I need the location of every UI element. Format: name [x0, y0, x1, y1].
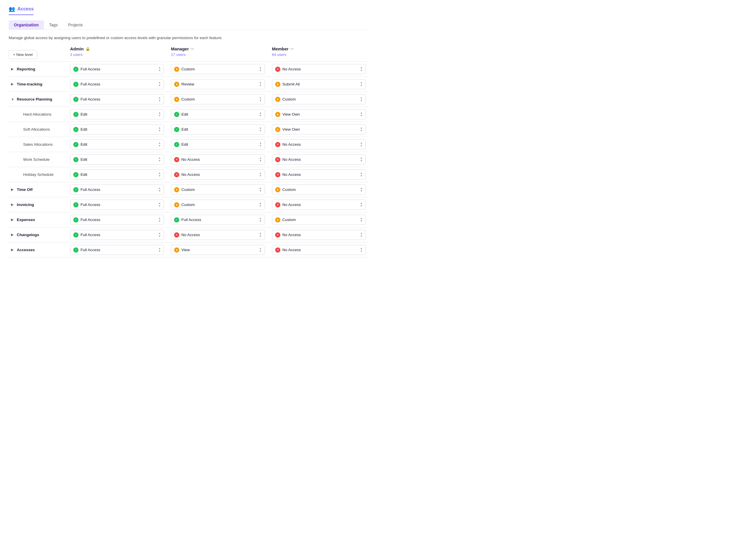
- sort-arrows-icon[interactable]: ▲ ▼: [259, 232, 262, 237]
- select-box[interactable]: ✕ No Access ▲ ▼: [272, 64, 366, 74]
- select-box[interactable]: ● Custom ▲ ▼: [171, 64, 265, 74]
- manager-users-count[interactable]: 17 users: [171, 53, 265, 57]
- sort-arrows-icon[interactable]: ▲ ▼: [259, 172, 262, 177]
- sort-arrows-icon[interactable]: ▲ ▼: [158, 217, 161, 222]
- cell-value: Custom: [181, 202, 195, 207]
- sort-arrows-icon[interactable]: ▲ ▼: [360, 202, 363, 207]
- sort-arrows-icon[interactable]: ▲ ▼: [259, 247, 262, 253]
- select-box[interactable]: ✓ Edit ▲ ▼: [70, 154, 164, 165]
- select-box[interactable]: ✓ Edit ▲ ▼: [70, 109, 164, 119]
- select-box[interactable]: ● Custom ▲ ▼: [171, 185, 265, 195]
- sort-arrows-icon[interactable]: ▲ ▼: [158, 232, 161, 237]
- tab-organization[interactable]: Organization: [9, 20, 44, 30]
- sort-arrows-icon[interactable]: ▲ ▼: [360, 67, 363, 72]
- select-box[interactable]: ✓ Edit ▲ ▼: [70, 124, 164, 134]
- sort-arrows-icon[interactable]: ▲ ▼: [259, 187, 262, 193]
- sort-arrows-icon[interactable]: ▲ ▼: [259, 96, 262, 102]
- select-box[interactable]: ✕ No Access ▲ ▼: [171, 170, 265, 180]
- select-box[interactable]: ● Review ▲ ▼: [171, 79, 265, 89]
- select-box[interactable]: ● Custom ▲ ▼: [272, 185, 366, 195]
- sort-arrows-icon[interactable]: ▲ ▼: [360, 111, 363, 117]
- select-box[interactable]: ✓ Edit ▲ ▼: [171, 139, 265, 150]
- cell-8-2: ● Custom ▲ ▼: [269, 182, 369, 197]
- tab-projects[interactable]: Projects: [63, 20, 88, 30]
- select-box[interactable]: ✕ No Access ▲ ▼: [272, 170, 366, 180]
- sort-arrows-icon[interactable]: ▲ ▼: [259, 111, 262, 117]
- select-box[interactable]: ● Custom ▲ ▼: [272, 215, 366, 225]
- chevron-down-icon[interactable]: ▼: [11, 98, 15, 101]
- select-box[interactable]: ✕ No Access ▲ ▼: [272, 245, 366, 255]
- select-box[interactable]: ● View Own ▲ ▼: [272, 109, 366, 119]
- select-box[interactable]: ✕ No Access ▲ ▼: [171, 154, 265, 165]
- select-box[interactable]: ✓ Edit ▲ ▼: [70, 170, 164, 180]
- manager-dots-icon[interactable]: ···: [190, 47, 194, 51]
- sort-arrows-icon[interactable]: ▲ ▼: [360, 127, 363, 132]
- sort-arrows-icon[interactable]: ▲ ▼: [259, 67, 262, 72]
- select-box[interactable]: ✓ Full Access ▲ ▼: [70, 200, 164, 210]
- select-box[interactable]: ● Custom ▲ ▼: [171, 200, 265, 210]
- sort-arrows-icon[interactable]: ▲ ▼: [259, 202, 262, 207]
- sort-arrows-icon[interactable]: ▲ ▼: [158, 81, 161, 87]
- select-box[interactable]: ✓ Full Access ▲ ▼: [70, 64, 164, 74]
- cell-value: Full Access: [80, 188, 100, 192]
- select-box[interactable]: ✕ No Access ▲ ▼: [272, 230, 366, 240]
- chevron-right-icon[interactable]: ▶: [11, 82, 15, 86]
- select-box[interactable]: ✕ No Access ▲ ▼: [272, 200, 366, 210]
- sort-arrows-icon[interactable]: ▲ ▼: [158, 127, 161, 132]
- sort-arrows-icon[interactable]: ▲ ▼: [360, 232, 363, 237]
- tab-tags[interactable]: Tags: [44, 20, 63, 30]
- row-label: Soft Allocations: [9, 124, 66, 134]
- select-box[interactable]: ✓ Edit ▲ ▼: [70, 139, 164, 150]
- sort-arrows-icon[interactable]: ▲ ▼: [158, 172, 161, 177]
- sort-arrows-icon[interactable]: ▲ ▼: [158, 187, 161, 193]
- select-box[interactable]: ✓ Full Access ▲ ▼: [171, 215, 265, 225]
- new-level-button[interactable]: + New level: [9, 50, 37, 59]
- select-box[interactable]: ✓ Full Access ▲ ▼: [70, 79, 164, 89]
- select-box[interactable]: ● View ▲ ▼: [171, 245, 265, 255]
- select-box[interactable]: ✓ Edit ▲ ▼: [171, 124, 265, 134]
- sort-arrows-icon[interactable]: ▲ ▼: [158, 142, 161, 147]
- select-box[interactable]: ✓ Full Access ▲ ▼: [70, 230, 164, 240]
- admin-users-count[interactable]: 3 users: [70, 53, 164, 57]
- select-box[interactable]: ✕ No Access ▲ ▼: [272, 154, 366, 165]
- cell-value: Custom: [181, 67, 195, 71]
- member-users-count[interactable]: 64 users: [272, 53, 366, 57]
- sort-arrows-icon[interactable]: ▲ ▼: [360, 81, 363, 87]
- sort-arrows-icon[interactable]: ▲ ▼: [259, 142, 262, 147]
- sort-arrows-icon[interactable]: ▲ ▼: [360, 247, 363, 253]
- select-box[interactable]: ● Submit All ▲ ▼: [272, 79, 366, 89]
- sort-arrows-icon[interactable]: ▲ ▼: [360, 172, 363, 177]
- select-box[interactable]: ✓ Full Access ▲ ▼: [70, 185, 164, 195]
- select-box[interactable]: ✕ No Access ▲ ▼: [171, 230, 265, 240]
- member-dots-icon[interactable]: ···: [290, 47, 294, 51]
- chevron-right-icon[interactable]: ▶: [11, 203, 15, 206]
- sort-arrows-icon[interactable]: ▲ ▼: [259, 157, 262, 162]
- select-box[interactable]: ✓ Full Access ▲ ▼: [70, 245, 164, 255]
- sort-arrows-icon[interactable]: ▲ ▼: [158, 111, 161, 117]
- sort-arrows-icon[interactable]: ▲ ▼: [259, 127, 262, 132]
- select-box[interactable]: ● View Own ▲ ▼: [272, 124, 366, 134]
- chevron-right-icon[interactable]: ▶: [11, 67, 15, 71]
- sort-arrows-icon[interactable]: ▲ ▼: [259, 81, 262, 87]
- chevron-right-icon[interactable]: ▶: [11, 188, 15, 192]
- sort-arrows-icon[interactable]: ▲ ▼: [158, 67, 161, 72]
- select-box[interactable]: ✓ Edit ▲ ▼: [171, 109, 265, 119]
- sort-arrows-icon[interactable]: ▲ ▼: [360, 217, 363, 222]
- chevron-right-icon[interactable]: ▶: [11, 248, 15, 252]
- select-box[interactable]: ✕ No Access ▲ ▼: [272, 139, 366, 150]
- select-box[interactable]: ✓ Full Access ▲ ▼: [70, 94, 164, 104]
- sort-arrows-icon[interactable]: ▲ ▼: [158, 202, 161, 207]
- sort-arrows-icon[interactable]: ▲ ▼: [360, 96, 363, 102]
- sort-arrows-icon[interactable]: ▲ ▼: [158, 157, 161, 162]
- sort-arrows-icon[interactable]: ▲ ▼: [360, 187, 363, 193]
- sort-arrows-icon[interactable]: ▲ ▼: [360, 142, 363, 147]
- select-box[interactable]: ✓ Full Access ▲ ▼: [70, 215, 164, 225]
- select-box[interactable]: ● Custom ▲ ▼: [272, 94, 366, 104]
- select-box[interactable]: ● Custom ▲ ▼: [171, 94, 265, 104]
- sort-arrows-icon[interactable]: ▲ ▼: [360, 157, 363, 162]
- sort-arrows-icon[interactable]: ▲ ▼: [158, 96, 161, 102]
- sort-arrows-icon[interactable]: ▲ ▼: [158, 247, 161, 253]
- sort-arrows-icon[interactable]: ▲ ▼: [259, 217, 262, 222]
- chevron-right-icon[interactable]: ▶: [11, 218, 15, 222]
- chevron-right-icon[interactable]: ▶: [11, 233, 15, 237]
